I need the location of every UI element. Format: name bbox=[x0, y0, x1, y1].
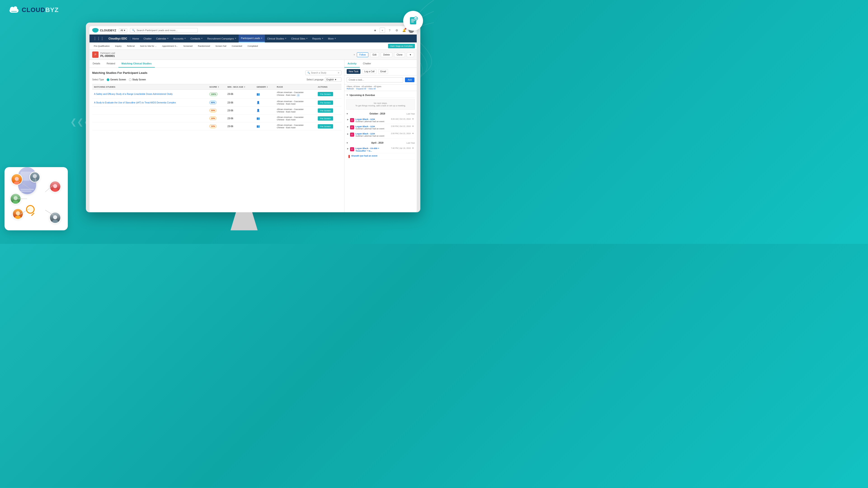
search-study-input[interactable]: 🔍 Search a Study ✕ bbox=[305, 70, 341, 75]
crm-search-box[interactable]: 🔍 Search Participant Leads and more... bbox=[130, 28, 198, 33]
action-new-task[interactable]: New Task bbox=[347, 69, 361, 74]
month-april-header: ▼ April - 2019 Last Year bbox=[346, 141, 415, 145]
upcoming-chevron[interactable]: ▼ bbox=[346, 94, 348, 96]
svg-point-2 bbox=[13, 6, 17, 10]
nav-more[interactable]: More ▼ bbox=[326, 35, 338, 42]
activity-item[interactable]: ▶ E Logan Black - 1234 Gulshan Lakeman h… bbox=[346, 131, 415, 138]
stage-consented[interactable]: Consented bbox=[229, 43, 245, 48]
table-row: A Safety and Efficacy Study of a Range L… bbox=[92, 90, 341, 99]
activity-name-3[interactable]: Logan Black - 1234 bbox=[355, 132, 390, 135]
tab-matching-studies[interactable]: Matching Clinical Studies bbox=[118, 60, 155, 67]
help-icon-btn[interactable]: ? bbox=[387, 28, 392, 33]
nav-chatter[interactable]: Chatter bbox=[141, 35, 154, 42]
activity-name-2[interactable]: Logan Black - 1234 bbox=[355, 125, 390, 128]
radio-study-screen[interactable]: Study Screen bbox=[129, 78, 146, 81]
all-dropdown[interactable]: All ▼ bbox=[119, 28, 127, 32]
stage-screened[interactable]: Screened bbox=[181, 43, 195, 48]
nav-calendar[interactable]: Calendar ▼ bbox=[154, 35, 171, 42]
activity-item[interactable]: ▶ E Logan Black - 1234 Gulshan Lakeman h… bbox=[346, 117, 415, 124]
prescreen-btn-5[interactable]: Pre Screen bbox=[318, 124, 333, 129]
search-clear-icon[interactable]: ✕ bbox=[338, 72, 339, 74]
study-5 bbox=[92, 122, 208, 130]
activity-item[interactable]: ▶ E Logan Black - VX-659 + Tezacaftor + … bbox=[346, 146, 415, 153]
stage-randomized[interactable]: Randomized bbox=[195, 43, 212, 48]
activity-feed: ▼ Upcoming & Overdue No next steps. To g… bbox=[344, 91, 417, 212]
activity-name-5[interactable]: Sharath Iyer had an event bbox=[351, 155, 413, 157]
activity-name-1[interactable]: Logan Black - 1234 bbox=[355, 118, 390, 120]
language-dropdown[interactable]: English ▼ bbox=[325, 77, 341, 82]
nav-items: Home Chatter Calendar ▼ Accounts ▼ Conta… bbox=[130, 35, 339, 42]
study-link-1[interactable]: A Safety and Efficacy Study of a Range L… bbox=[94, 93, 173, 95]
gender-4: 👥 bbox=[255, 115, 275, 122]
stage-pre-qualification[interactable]: Pre-Qualification bbox=[91, 43, 112, 48]
stage-completed[interactable]: Completed bbox=[245, 43, 260, 48]
edit-button[interactable]: Edit bbox=[370, 53, 379, 57]
more-actions-button[interactable]: ▼ bbox=[407, 53, 414, 57]
stage-inquiry[interactable]: Inquiry bbox=[113, 43, 124, 48]
action-email[interactable]: Email bbox=[378, 69, 388, 74]
task-input[interactable] bbox=[347, 77, 403, 83]
study-link-2[interactable]: A Study to Evaluate the Use of Stavudine… bbox=[94, 101, 176, 104]
nav-participant-leads[interactable]: Participant Leads ▼ bbox=[239, 35, 265, 42]
studies-title: Matching Studies For Participant Leads bbox=[92, 71, 147, 74]
follow-button[interactable]: Follow bbox=[357, 53, 368, 57]
notifications-icon-btn[interactable]: 🔔 bbox=[401, 28, 407, 33]
month-october-chevron[interactable]: ▼ bbox=[346, 113, 348, 115]
activity-dropdown-3[interactable]: ▼ bbox=[412, 132, 414, 135]
prescreen-btn-4[interactable]: Pre Screen bbox=[318, 116, 333, 121]
activity-tab-activity[interactable]: Activity bbox=[344, 60, 360, 67]
settings-icon-btn[interactable]: ⚙ bbox=[394, 28, 400, 33]
clone-button[interactable]: Clone bbox=[394, 53, 405, 57]
activity-dropdown-2[interactable]: ▼ bbox=[412, 125, 414, 127]
age-4: 23-56 bbox=[226, 115, 255, 122]
tab-related[interactable]: Related bbox=[103, 60, 118, 67]
expand-all-link[interactable]: Expand All bbox=[356, 88, 366, 90]
floating-action-button[interactable] bbox=[403, 11, 423, 31]
prescreen-btn-3[interactable]: Pre Screen bbox=[318, 108, 333, 113]
stage-referral[interactable]: Referral bbox=[125, 43, 137, 48]
nav-recruitment[interactable]: Recruitment Campaigns ▼ bbox=[205, 35, 239, 42]
search-icon: 🔍 bbox=[132, 29, 135, 32]
activity-dropdown-1[interactable]: ▼ bbox=[412, 118, 414, 120]
language-select: Select Language English ▼ bbox=[306, 77, 341, 82]
nav-clinical-studies[interactable]: Clinical Studies ▼ bbox=[265, 35, 289, 42]
col-matching-studies: MATCHING STUDIES bbox=[92, 84, 208, 90]
nav-reports[interactable]: Reports ▼ bbox=[310, 35, 326, 42]
record-type-label: Participant Lead bbox=[100, 52, 115, 54]
col-race: RACE bbox=[275, 84, 316, 90]
stage-appointment[interactable]: Appointment S... bbox=[159, 43, 180, 48]
add-icon-btn[interactable]: + bbox=[380, 28, 385, 33]
stage-sent-to-site[interactable]: Sent to Site for ... bbox=[137, 43, 159, 48]
app-launcher[interactable]: ⋮⋮⋮ bbox=[91, 35, 106, 42]
filter-links: Refresh • Expand All • View All bbox=[347, 88, 414, 90]
nav-home[interactable]: Home bbox=[130, 35, 141, 42]
tab-details[interactable]: Details bbox=[90, 60, 103, 67]
month-april-chevron[interactable]: ▼ bbox=[346, 142, 348, 144]
record-header: P Participant Lead PL-000001 + Follow Ed… bbox=[90, 50, 417, 60]
delete-button[interactable]: Delete bbox=[381, 53, 392, 57]
brand-logo: CLOUDBYZ bbox=[9, 6, 59, 13]
activity-name-4[interactable]: Logan Black - VX-659 + Tezacaftor + Iv..… bbox=[355, 147, 390, 152]
radio-study-circle bbox=[129, 78, 131, 81]
activity-dropdown-4[interactable]: ▼ bbox=[412, 147, 414, 149]
activity-item[interactable]: Sharath Iyer had an event bbox=[346, 153, 415, 159]
refresh-link[interactable]: Refresh bbox=[347, 88, 354, 90]
filter-row: Select Type Generic Screen Study Screen bbox=[92, 77, 341, 82]
star-icon-btn[interactable]: ★ bbox=[372, 28, 378, 33]
task-add-button[interactable]: Add bbox=[405, 77, 414, 82]
mark-complete-button[interactable]: Mark Stage as Complete bbox=[388, 44, 415, 48]
nav-accounts[interactable]: Accounts ▼ bbox=[171, 35, 188, 42]
activity-tab-chatter[interactable]: Chatter bbox=[360, 60, 374, 67]
prescreen-btn-1[interactable]: Pre Screen bbox=[318, 92, 333, 96]
action-log-call[interactable]: Log a Call bbox=[362, 69, 376, 74]
nav-clinical-sites[interactable]: Clinical Sites ▼ bbox=[289, 35, 310, 42]
svg-rect-5 bbox=[411, 20, 415, 21]
stage-screen-fail[interactable]: Screen Fail bbox=[213, 43, 229, 48]
prescreen-btn-2[interactable]: Pre Screen bbox=[318, 100, 333, 105]
studies-panel: Matching Studies For Participant Leads 🔍… bbox=[90, 68, 344, 212]
age-3: 23-56 bbox=[226, 106, 255, 115]
radio-generic-screen[interactable]: Generic Screen bbox=[107, 78, 126, 81]
activity-item[interactable]: ▶ E Logan Black - 1234 Gulshan Lakeman h… bbox=[346, 124, 415, 131]
nav-contacts[interactable]: Contacts ▼ bbox=[188, 35, 205, 42]
view-all-link[interactable]: View All bbox=[368, 88, 375, 90]
